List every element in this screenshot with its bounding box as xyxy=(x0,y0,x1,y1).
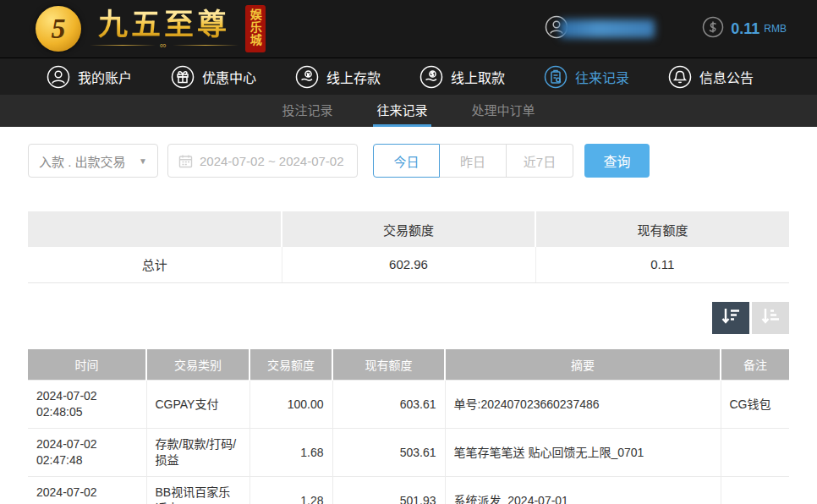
sort-ascending-icon xyxy=(760,307,781,328)
col-header-type: 交易类别 xyxy=(146,349,249,381)
yesterday-button[interactable]: 昨日 xyxy=(440,144,507,178)
cell-memo: 单号:202407023660237486 xyxy=(445,381,721,429)
select-value: 入款 . 出款交易 xyxy=(39,152,126,170)
cell-type: 存款/取款/打码/损益 xyxy=(146,429,249,477)
main-nav: 我的账户 优惠中心 线上存款 xyxy=(0,58,817,95)
nav-label: 我的账户 xyxy=(78,67,132,87)
table-row: 2024-07-02 02:47:48 存款/取款/打码/损益 1.68 503… xyxy=(28,429,789,477)
cell-balance: 503.61 xyxy=(332,429,445,477)
filter-bar: 入款 . 出款交易 ▼ 2024-07-02 ~ 2024-07-02 今日 昨… xyxy=(28,144,789,178)
chevron-down-icon: ▼ xyxy=(139,156,147,166)
nav-label: 优惠中心 xyxy=(202,67,256,87)
summary-header-blank xyxy=(28,211,282,247)
nav-item-withdraw[interactable]: 线上取款 xyxy=(419,65,505,89)
records-header-row: 时间 交易类别 交易额度 现有额度 摘要 备注 xyxy=(28,349,789,381)
summary-total-label: 总计 xyxy=(28,247,282,282)
transaction-type-select[interactable]: 入款 . 出款交易 ▼ xyxy=(28,144,158,178)
nav-label: 线上取款 xyxy=(451,67,505,87)
summary-header-balance: 现有额度 xyxy=(535,211,789,247)
tab-betting-records[interactable]: 投注记录 xyxy=(278,95,336,127)
last-7-days-button[interactable]: 近7日 xyxy=(507,144,573,178)
dollar-coin-icon xyxy=(702,16,724,41)
col-header-note: 备注 xyxy=(721,349,789,381)
deposit-hand-coin-icon xyxy=(295,65,319,89)
col-header-time: 时间 xyxy=(28,349,146,381)
cell-amount: 1.68 xyxy=(249,429,332,477)
site-logo[interactable]: 5 九五至尊 ∞ 娱乐城 xyxy=(36,5,266,52)
table-row: 2024-07-02 02:48:05 CGPAY支付 100.00 603.6… xyxy=(28,381,789,429)
calendar-icon xyxy=(178,154,193,168)
date-range-input[interactable]: 2024-07-02 ~ 2024-07-02 xyxy=(167,144,358,178)
cell-note xyxy=(721,429,789,477)
today-button[interactable]: 今日 xyxy=(373,144,440,178)
cell-memo: 笔笔存笔笔送 贴心回馈无上限_0701 xyxy=(445,429,721,477)
top-bar: 5 九五至尊 ∞ 娱乐城 0.11 RMB xyxy=(0,0,817,58)
withdraw-hand-coin-icon xyxy=(419,65,443,89)
gift-icon xyxy=(171,65,195,89)
logo-flourish-icon: ∞ xyxy=(90,41,239,49)
summary-transaction-total: 602.96 xyxy=(282,247,535,282)
summary-table: 交易额度 现有额度 总计 602.96 0.11 xyxy=(28,211,789,283)
nav-label: 往来记录 xyxy=(575,67,629,87)
balance-currency: RMB xyxy=(764,23,787,35)
table-row: 2024-07-02 02:01:43 BB视讯百家乐返点 1.28 501.9… xyxy=(28,477,789,504)
tab-transaction-records[interactable]: 往来记录 xyxy=(373,95,430,127)
summary-header-row: 交易额度 现有额度 xyxy=(28,211,789,247)
sort-controls xyxy=(28,302,789,334)
cell-balance: 603.61 xyxy=(332,381,445,429)
cell-amount: 1.28 xyxy=(249,477,332,504)
col-header-amount: 交易额度 xyxy=(249,349,332,381)
logo-title: 九五至尊 xyxy=(90,8,239,41)
nav-label: 线上存款 xyxy=(326,67,381,87)
records-table: 时间 交易类别 交易额度 现有额度 摘要 备注 2024-07-02 02:48… xyxy=(28,349,789,504)
nav-item-transaction-records[interactable]: 往来记录 xyxy=(544,65,629,89)
date-range-value: 2024-07-02 ~ 2024-07-02 xyxy=(200,154,344,168)
username-redacted xyxy=(560,19,655,38)
cell-balance: 501.93 xyxy=(332,477,445,504)
sort-descending-button[interactable] xyxy=(712,302,749,334)
cell-type: BB视讯百家乐返点 xyxy=(146,477,249,504)
cell-note: CG钱包 xyxy=(721,381,789,429)
tab-pending-orders[interactable]: 处理中订单 xyxy=(469,95,539,127)
summary-total-row: 总计 602.96 0.11 xyxy=(28,247,789,282)
account-icon xyxy=(47,65,70,89)
cell-note xyxy=(721,477,789,504)
cell-memo: 系统派发_2024-07-01 xyxy=(445,477,721,504)
cell-amount: 100.00 xyxy=(249,381,332,429)
wallet-balance[interactable]: 0.11 RMB xyxy=(702,16,787,41)
sort-descending-icon xyxy=(721,307,741,328)
cell-time: 2024-07-02 02:47:48 xyxy=(28,429,146,477)
nav-item-my-account[interactable]: 我的账户 xyxy=(47,65,132,89)
balance-amount: 0.11 xyxy=(731,20,759,38)
cell-time: 2024-07-02 02:48:05 xyxy=(28,381,146,429)
logo-badge: 娱乐城 xyxy=(245,5,266,52)
col-header-memo: 摘要 xyxy=(445,349,721,381)
summary-balance-total: 0.11 xyxy=(535,247,789,282)
username-chip[interactable] xyxy=(545,15,655,42)
nav-item-announcements[interactable]: 信息公告 xyxy=(668,65,754,89)
records-clipboard-icon xyxy=(544,65,568,89)
sort-ascending-button[interactable] xyxy=(752,302,789,334)
nav-item-deposit[interactable]: 线上存款 xyxy=(295,65,381,89)
content: 入款 . 出款交易 ▼ 2024-07-02 ~ 2024-07-02 今日 昨… xyxy=(0,127,817,504)
logo-mark-icon: 5 xyxy=(36,6,81,52)
bell-icon xyxy=(668,65,692,89)
quick-date-group: 今日 昨日 近7日 xyxy=(373,144,573,178)
nav-label: 信息公告 xyxy=(699,67,754,87)
search-button[interactable]: 查询 xyxy=(584,144,650,178)
cell-type: CGPAY支付 xyxy=(146,381,249,429)
sub-nav: 投注记录 往来记录 处理中订单 xyxy=(0,95,817,127)
summary-header-transaction: 交易额度 xyxy=(282,211,535,247)
col-header-balance: 现有额度 xyxy=(332,349,445,381)
cell-time: 2024-07-02 02:01:43 xyxy=(28,477,146,504)
nav-item-promotions[interactable]: 优惠中心 xyxy=(171,65,256,89)
